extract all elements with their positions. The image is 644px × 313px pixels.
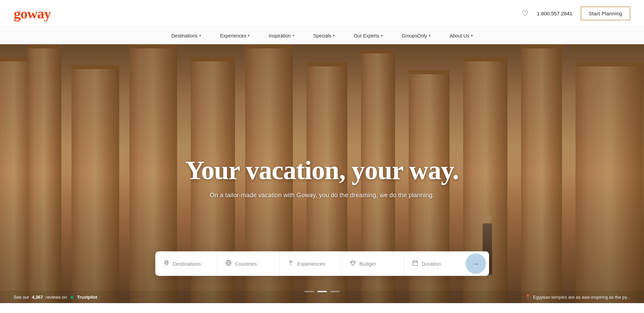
hero-title: Your vacation, your way. [64,156,580,185]
brand-logo[interactable]: goway [14,5,51,22]
site-header: goway ♡ 1.800.557.2841 Start Planning [0,0,644,27]
search-field-duration[interactable]: Duration [404,251,466,276]
phone-number[interactable]: 1.800.557.2841 [537,11,572,16]
trustpilot-count: 4,367 [32,295,43,300]
search-countries-label: Countries [235,261,257,267]
search-field-experiences[interactable]: Experiences [280,251,342,276]
svg-marker-4 [350,260,356,265]
svg-rect-6 [413,261,418,266]
trustpilot-star-icon: ★ [69,294,74,300]
main-nav: Destinations ▾ Experiences ▾ Inspiration… [0,27,644,44]
nav-item-inspiration[interactable]: Inspiration ▾ [259,27,304,44]
globe-icon [225,260,232,268]
nav-item-destinations[interactable]: Destinations ▾ [162,27,210,44]
location-caption: 📍 Egyptian temples are as awe-inspiring … [525,294,630,300]
nav-item-our-experts[interactable]: Our Experts ▾ [344,27,392,44]
search-field-budget[interactable]: Budget [342,251,404,276]
search-duration-label: Duration [422,261,441,267]
location-pin-icon: 📍 [525,294,531,300]
chevron-down-icon: ▾ [429,34,430,37]
start-planning-button[interactable]: Start Planning [581,6,630,20]
trustpilot-prefix: See our [14,295,29,300]
arrow-right-icon: → [472,260,479,268]
search-destinations-label: Destinations [173,261,201,267]
wishlist-icon[interactable]: ♡ [522,9,529,18]
nav-item-groups-only[interactable]: GroupsOnly ▾ [392,27,440,44]
chevron-down-icon: ▾ [471,34,473,37]
search-submit-button[interactable]: → [466,253,486,274]
trustpilot-widget[interactable]: See our 4,367 reviews on ★ Trustpilot [14,294,97,300]
chevron-down-icon: ▾ [293,34,294,37]
nav-item-about-us[interactable]: About Us ▾ [440,27,482,44]
location-text: Egyptian temples are as awe-inspiring as… [533,295,630,300]
chevron-down-icon: ▾ [248,34,250,37]
search-bar: Destinations Countries Experiences Budge… [155,251,489,276]
palm-tree-icon [288,260,294,268]
search-field-destinations[interactable]: Destinations [155,251,218,276]
hero-bottom-bar: See our 4,367 reviews on ★ Trustpilot 📍 … [0,291,644,303]
nav-item-specials[interactable]: Specials ▾ [304,27,344,44]
chevron-down-icon: ▾ [381,34,383,37]
diamond-icon [350,260,356,268]
search-field-countries[interactable]: Countries [217,251,280,276]
chevron-down-icon: ▾ [333,34,335,37]
nav-item-experiences[interactable]: Experiences ▾ [210,27,259,44]
svg-point-0 [166,261,168,263]
pin-icon [163,260,170,268]
chevron-down-icon: ▾ [199,34,201,37]
hero-content: Your vacation, your way. On a tailor-mad… [64,156,580,199]
search-budget-label: Budget [359,261,376,267]
hero-section: Your vacation, your way. On a tailor-mad… [0,44,644,303]
trustpilot-logo: Trustpilot [77,295,97,300]
hero-subtitle: On a tailor-made vacation with Goway, yo… [64,192,580,199]
calendar-icon [412,260,418,268]
header-right: ♡ 1.800.557.2841 Start Planning [522,6,630,20]
trustpilot-middle: reviews on [46,295,67,300]
search-experiences-label: Experiences [297,261,326,267]
